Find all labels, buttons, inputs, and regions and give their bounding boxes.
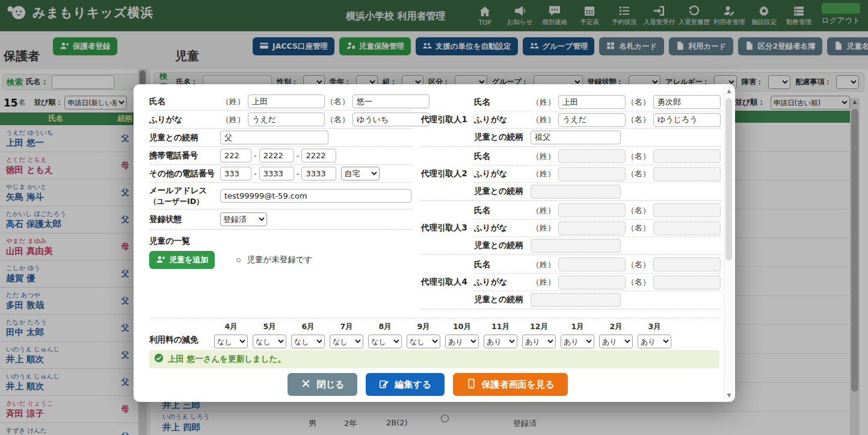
email-row: メールアドレス（ユーザーID） (149, 183, 411, 209)
pencil-icon (379, 378, 389, 391)
discount-month-10: 1月あり (558, 322, 597, 348)
discount-month-6: 9月なし (404, 322, 443, 348)
agent-3-first-name-input[interactable] (653, 203, 721, 217)
agent-3-relation-input[interactable] (531, 239, 621, 253)
month-label: 7月 (327, 322, 366, 332)
modal-buttons: 閉じる 編集する 保護者画面を見る (134, 373, 722, 396)
discount-select-5[interactable]: なし (368, 335, 402, 348)
mobile-phone-row: 携帯電話番号 - - (149, 147, 411, 165)
modal-left-column: 氏名 （姓） （名） ふりがな （姓） （名） 児童との続柄 携帯電話番号 - (149, 93, 411, 277)
month-label: 5月 (250, 322, 289, 332)
relation-row: 児童との続柄 (149, 129, 411, 147)
view-guardian-screen-button[interactable]: 保護者画面を見る (453, 373, 568, 396)
agent-4-label: 代理引取人4 (421, 256, 474, 308)
guardian-first-kana-input[interactable] (352, 113, 429, 126)
agent-2-label: 代理引取人2 (421, 147, 474, 200)
scroll-up-icon[interactable]: ▲ (724, 88, 734, 94)
other-phone-1-input[interactable] (220, 167, 251, 180)
children-list-label: 児童の一覧 (149, 236, 411, 247)
agent-3-first-kana-input[interactable] (653, 221, 721, 235)
agent-3-label: 代理引取人3 (421, 202, 474, 254)
modal-scrollbar-thumb[interactable] (725, 98, 732, 261)
status-row: 登録状態 登録済 (149, 209, 411, 230)
children-list-section: 児童の一覧 児童を追加 児童が未登録です (149, 230, 411, 277)
agent-1-last-kana-input[interactable] (558, 113, 626, 127)
discount-month-2: 5月なし (250, 322, 289, 348)
other-phone-3-input[interactable] (301, 167, 336, 180)
agent-1-first-name-input[interactable] (653, 95, 721, 109)
edit-button[interactable]: 編集する (366, 373, 445, 396)
discount-select-9[interactable]: あり (522, 335, 556, 348)
agent-group-2: 代理引取人2氏名（姓）（名）ふりがな（姓）（名）児童との続柄 (421, 147, 722, 201)
agent-4-last-name-input[interactable] (558, 258, 626, 271)
month-label: 2月 (597, 322, 635, 332)
discount-select-8[interactable]: あり (484, 335, 517, 348)
discount-month-8: 11月あり (481, 322, 520, 348)
discount-month-12: 3月あり (635, 322, 674, 348)
discount-select-11[interactable]: あり (599, 335, 633, 348)
guardian-detail-modal: 氏名 （姓） （名） ふりがな （姓） （名） 児童との続柄 携帯電話番号 - (134, 84, 735, 402)
month-label: 6月 (289, 322, 327, 332)
agent-1-first-kana-input[interactable] (653, 113, 721, 127)
discount-select-10[interactable]: あり (561, 335, 594, 348)
check-circle-icon (154, 353, 164, 365)
agent-2-last-name-input[interactable] (558, 149, 626, 163)
agent-2-first-kana-input[interactable] (653, 167, 721, 181)
discount-select-3[interactable]: なし (291, 335, 325, 348)
discount-month-5: 8月なし (366, 322, 404, 348)
mobile-phone-1-input[interactable] (220, 149, 251, 162)
agent-4-last-kana-input[interactable] (558, 276, 626, 289)
discount-select-1[interactable]: なし (214, 335, 248, 348)
user-plus-icon (156, 255, 165, 266)
agent-2-last-kana-input[interactable] (558, 167, 626, 181)
agent-4-relation-input[interactable] (531, 293, 621, 307)
bullet-circle-icon (236, 258, 241, 262)
other-phone-2-input[interactable] (259, 167, 294, 180)
mobile-phone-icon (466, 378, 476, 391)
agent-2-first-name-input[interactable] (653, 149, 721, 163)
discount-select-2[interactable]: なし (253, 335, 286, 348)
guardian-last-kana-input[interactable] (248, 113, 325, 126)
scroll-down-icon[interactable]: ▼ (724, 392, 734, 398)
agent-4-first-name-input[interactable] (653, 258, 721, 271)
fee-discount-section: 利用料の減免 4月なし5月なし6月なし7月なし8月なし9月なし10月あり11月あ… (149, 318, 721, 348)
guardian-first-name-input[interactable] (352, 94, 429, 108)
agent-1-last-name-input[interactable] (558, 95, 626, 109)
modal-scrollbar[interactable]: ▲ ▼ (724, 86, 733, 400)
discount-select-12[interactable]: あり (638, 335, 671, 348)
other-phone-row: その他の電話番号 - - 自宅 (149, 165, 411, 183)
agent-1-relation-input[interactable] (531, 131, 621, 144)
guardian-relation-input[interactable] (220, 131, 328, 144)
month-label: 8月 (366, 322, 404, 332)
fee-discount-label: 利用料の減免 (149, 335, 212, 348)
agent-3-last-name-input[interactable] (558, 203, 626, 217)
discount-month-1: 4月なし (212, 322, 250, 348)
email-input[interactable] (220, 189, 411, 203)
discount-select-4[interactable]: なし (330, 335, 363, 348)
agent-group-1: 代理引取人1氏名（姓）（名）ふりがな（姓）（名）児童との続柄 (421, 93, 722, 147)
guardian-last-name-input[interactable] (248, 94, 325, 108)
agent-4-first-kana-input[interactable] (653, 276, 721, 289)
discount-month-11: 2月あり (597, 322, 635, 348)
kana-row: ふりがな （姓） （名） (149, 111, 411, 129)
other-phone-type-select[interactable]: 自宅 (341, 167, 380, 180)
discount-month-7: 10月あり (443, 322, 481, 348)
name-row: 氏名 （姓） （名） (149, 93, 411, 111)
agent-2-relation-input[interactable] (531, 185, 621, 199)
discount-month-4: 7月なし (327, 322, 366, 348)
month-label: 1月 (558, 322, 597, 332)
success-banner: 上田 悠一さんを更新しました。 (149, 350, 719, 368)
discount-select-7[interactable]: あり (445, 335, 479, 348)
mobile-phone-2-input[interactable] (259, 149, 294, 162)
discount-select-6[interactable]: なし (407, 335, 440, 348)
discount-month-3: 6月なし (289, 322, 327, 348)
registration-status-select[interactable]: 登録済 (220, 212, 267, 226)
month-label: 10月 (443, 322, 481, 332)
agent-3-last-kana-input[interactable] (558, 221, 626, 235)
close-button[interactable]: 閉じる (288, 373, 357, 396)
month-label: 11月 (481, 322, 520, 332)
close-icon (301, 378, 311, 391)
add-child-button[interactable]: 児童を追加 (149, 251, 215, 269)
page: みまもりキッズ横浜 横浜小学校 利用者管理 TOPお知らせ個別連絡予定表予約状況… (0, 0, 868, 435)
mobile-phone-3-input[interactable] (301, 149, 336, 162)
